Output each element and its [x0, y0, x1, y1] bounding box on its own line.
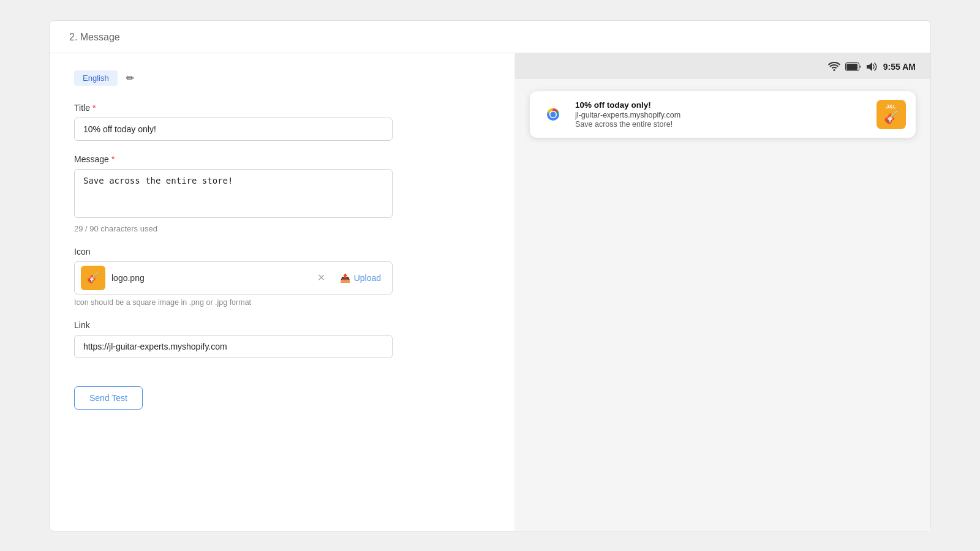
title-field-group: Title * [74, 103, 490, 141]
message-textarea[interactable] [74, 169, 393, 218]
card-header: 2. Message [50, 21, 930, 53]
card-body: English ✏ Title * Message * [50, 53, 930, 531]
link-label: Link [74, 320, 490, 330]
pencil-icon: ✏ [126, 73, 134, 83]
volume-icon [866, 62, 878, 72]
notification-card: 10% off today only! jl-guitar-experts.my… [530, 91, 916, 138]
right-panel: 9:55 AM [515, 53, 930, 531]
chrome-icon [540, 101, 567, 128]
notification-message: Save across the entire store! [575, 120, 868, 129]
icon-label: Icon [74, 247, 490, 257]
notification-domain: jl-guitar-experts.myshopify.com [575, 111, 868, 119]
link-field-group: Link [74, 320, 490, 358]
title-required-star: * [92, 103, 96, 113]
phone-status-bar: 9:55 AM [515, 53, 930, 79]
language-badge[interactable]: English [74, 70, 118, 86]
title-label: Title * [74, 103, 490, 113]
status-time: 9:55 AM [883, 62, 916, 72]
notif-logo-guitar-icon: 🎸 [884, 110, 899, 124]
battery-icon [845, 62, 861, 71]
message-required-star: * [111, 154, 115, 164]
main-card: 2. Message English ✏ Title * [49, 20, 931, 531]
title-input[interactable] [74, 118, 393, 141]
icon-remove-button[interactable]: ✕ [314, 272, 329, 283]
char-count: 29 / 90 characters used [74, 224, 490, 233]
upload-icon: 📤 [340, 273, 350, 283]
notification-logo: J&L 🎸 [876, 100, 906, 129]
message-field-group: Message * 29 / 90 characters used [74, 154, 490, 233]
wifi-icon [828, 62, 840, 71]
remove-icon: ✕ [317, 272, 325, 283]
language-row: English ✏ [74, 70, 490, 86]
icon-field-group: Icon 🎸 logo.png ✕ 📤 Upload Icon should b… [74, 247, 490, 307]
send-test-button[interactable]: Send Test [74, 386, 143, 410]
edit-language-button[interactable]: ✏ [125, 71, 135, 85]
notification-title: 10% off today only! [575, 100, 868, 110]
message-label: Message * [74, 154, 490, 164]
status-icons: 9:55 AM [828, 62, 916, 72]
icon-thumbnail: 🎸 [81, 266, 105, 290]
icon-hint: Icon should be a square image in .png or… [74, 298, 490, 307]
notification-content: 10% off today only! jl-guitar-experts.my… [575, 100, 868, 129]
icon-upload-row: 🎸 logo.png ✕ 📤 Upload [74, 261, 393, 294]
phone-mockup: 9:55 AM [515, 53, 930, 531]
link-input[interactable] [74, 335, 393, 358]
notif-logo-text: J&L [884, 104, 899, 110]
svg-point-5 [551, 111, 556, 117]
section-title: 2. Message [69, 32, 120, 42]
left-panel: English ✏ Title * Message * [50, 53, 515, 531]
upload-button[interactable]: 📤 Upload [335, 271, 386, 285]
icon-filename: logo.png [111, 273, 307, 283]
guitar-icon: 🎸 [87, 272, 99, 283]
svg-rect-1 [846, 64, 858, 70]
